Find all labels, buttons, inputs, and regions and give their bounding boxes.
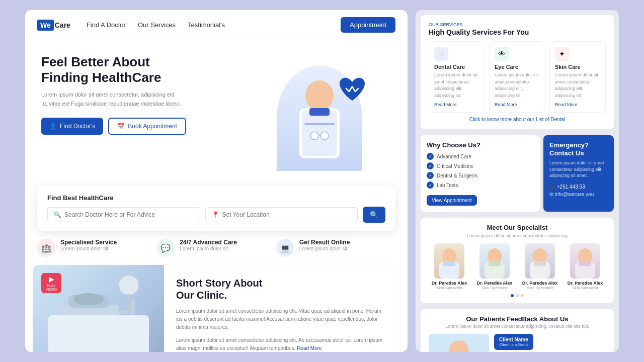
specialist-2: Dr. Paredes Alex Skin Specialist xyxy=(519,243,560,290)
advanced-icon: 💬 xyxy=(156,239,175,257)
service-link-1[interactable]: Read More xyxy=(495,102,540,107)
client-name-badge: Client Name Client is a Good xyxy=(494,334,533,350)
services-label: Our Services xyxy=(429,22,606,27)
service-name-2: Skin Care xyxy=(555,64,600,70)
nav-find-doctor[interactable]: Find A Doctor xyxy=(87,21,126,29)
service-desc-1: Lorem ipsum dolor sit amet consectetur a… xyxy=(495,72,540,99)
navbar: We Care Find A Doctor Our Services Testi… xyxy=(25,10,408,40)
hero-title: Feel Better About Finding HealthCare xyxy=(41,54,391,85)
why-item-0: ✓ Advanced Care xyxy=(427,153,534,160)
feature-desc-0: Lorem ipsum dolor sit xyxy=(60,246,117,251)
read-more-link[interactable]: Read More xyxy=(297,345,321,351)
carousel-dots xyxy=(429,294,606,297)
find-doctors-button[interactable]: 👤 Find Doctor's xyxy=(41,118,103,135)
patient-image xyxy=(429,334,489,352)
services-title: High Quality Services For You xyxy=(429,28,606,36)
specialist-name-1: Dr. Paredes Alex xyxy=(474,281,515,286)
search-title: Find Best HealthCare xyxy=(47,194,385,202)
emergency-desc: Lorem ipsum dolor sit amet consectetur a… xyxy=(549,160,608,179)
hero-buttons: 👤 Find Doctor's 📅 Book Appointment xyxy=(41,118,391,135)
service-desc-2: Lorem ipsum dolor sit amet consectetur a… xyxy=(555,72,600,99)
location-icon: 📍 xyxy=(212,211,219,218)
check-icon-1: ✓ xyxy=(427,162,434,169)
location-input-wrap: 📍 xyxy=(205,207,358,222)
svg-rect-30 xyxy=(579,261,591,266)
search-icon: 🔍 xyxy=(54,211,61,218)
client-role: Client is a Good xyxy=(499,342,528,347)
search-row: 🔍 📍 🔍 xyxy=(47,207,385,223)
emergency-phone: 📞 +251.443.53 xyxy=(549,184,608,190)
svg-rect-18 xyxy=(127,294,131,309)
specialist-avatar-2 xyxy=(525,243,555,279)
feature-result: 💻 Get Result Online Lorem ipsum dolor si… xyxy=(276,239,395,257)
dot-0[interactable] xyxy=(511,294,514,297)
story-text-2: Lorem ipsum dolor sit amet consectetur a… xyxy=(176,336,387,352)
nav-services[interactable]: Our Services xyxy=(138,21,176,29)
logo: We Care xyxy=(37,20,70,31)
svg-rect-13 xyxy=(131,300,135,315)
why-emergency-section: Why Choose Us? ✓ Advanced Care ✓ Critica… xyxy=(421,135,614,212)
appointment-button[interactable]: Appointment xyxy=(341,17,395,33)
service-link-2[interactable]: Read More xyxy=(555,102,600,107)
specialist-3: Dr. Paredes Alex Skin Specialist xyxy=(565,243,606,290)
story-images: ▶ PLAY VIDEO xyxy=(33,265,164,352)
why-item-2: ✓ Dentist & Surgeon xyxy=(427,172,534,179)
dental-icon: 🦷 xyxy=(434,47,448,61)
emergency-title: Emergency? Contact Us xyxy=(549,141,608,157)
specialist-1: Dr. Paredes Alex Skin Specialist xyxy=(474,243,515,290)
book-appointment-button[interactable]: 📅 Book Appointment xyxy=(108,118,186,135)
dot-2[interactable] xyxy=(521,294,524,297)
services-section: Our Services High Quality Services For Y… xyxy=(421,15,614,129)
feedback-title: Our Patients FeedBack About Us xyxy=(429,315,606,323)
service-dental: 🦷 Dental Care Lorem ipsum dolor sit amet… xyxy=(429,41,485,113)
svg-rect-21 xyxy=(443,261,455,266)
service-name-1: Eye Care xyxy=(495,64,540,70)
svg-rect-27 xyxy=(534,261,546,266)
check-icon-3: ✓ xyxy=(427,182,434,189)
check-icon-2: ✓ xyxy=(427,172,434,179)
phone-icon: 📞 xyxy=(549,184,555,190)
specialist-name-3: Dr. Paredes Alex xyxy=(565,281,606,286)
feature-title-2: Get Result Online xyxy=(299,239,350,246)
specialist-avatar-0 xyxy=(434,243,464,279)
specialists-grid: Dr. Paredes Alex Skin Specialist Dr. Par… xyxy=(429,243,606,290)
emergency-email: ✉ info@wecare.you xyxy=(549,192,608,197)
skin-icon: ✦ xyxy=(555,47,569,61)
specialists-section: Meet Our Specialist Lorem ipsum dolor si… xyxy=(421,218,614,303)
person-icon: 👤 xyxy=(49,123,57,130)
view-appointment-button[interactable]: View Appointment xyxy=(427,195,477,206)
specialist-role-2: Skin Specialist xyxy=(519,286,560,290)
feedback-section: Our Patients FeedBack About Us Lorem ips… xyxy=(421,309,614,352)
feature-title-1: 24/7 Advanced Care xyxy=(180,239,237,246)
nav-testimonials[interactable]: Testimonial's xyxy=(188,21,225,29)
service-link-0[interactable]: Read More xyxy=(434,102,479,107)
dot-1[interactable] xyxy=(516,294,519,297)
feature-desc-1: Lorem ipsum dolor sit xyxy=(180,246,237,251)
calendar-icon: 📅 xyxy=(117,123,125,130)
result-icon: 💻 xyxy=(276,239,294,257)
search-input-wrap: 🔍 xyxy=(47,207,200,222)
play-video-button[interactable]: ▶ PLAY VIDEO xyxy=(41,273,61,293)
specialists-desc: Lorem ipsum dolor sit amet consectetur a… xyxy=(429,233,606,238)
story-title: Short Story About Our Clinic. xyxy=(176,277,387,301)
service-skin: ✦ Skin Care Lorem ipsum dolor sit amet c… xyxy=(549,41,606,113)
svg-rect-8 xyxy=(48,315,149,352)
story-main-image: ▶ PLAY VIDEO xyxy=(33,265,164,352)
feature-advanced: 💬 24/7 Advanced Care Lorem ipsum dolor s… xyxy=(156,239,276,257)
why-text-2: Dentist & Surgeon xyxy=(437,173,477,178)
hero-section: Feel Better About Finding HealthCare Lor… xyxy=(25,40,408,156)
logo-we: We xyxy=(37,20,54,31)
nav-links: Find A Doctor Our Services Testimonial's xyxy=(87,21,341,29)
specialists-title: Meet Our Specialist xyxy=(429,224,606,231)
search-input[interactable] xyxy=(64,211,194,218)
services-more-link[interactable]: Click to know more about our List of Den… xyxy=(429,117,606,122)
check-icon-0: ✓ xyxy=(427,153,434,160)
hero-text: Feel Better About Finding HealthCare Lor… xyxy=(41,54,391,156)
story-section: ▶ PLAY VIDEO Short Story About Our Clini… xyxy=(33,265,399,352)
search-button[interactable]: 🔍 xyxy=(363,207,385,223)
specialist-avatar-3 xyxy=(570,243,600,279)
svg-point-11 xyxy=(73,293,104,305)
location-input[interactable] xyxy=(222,211,352,218)
specialist-0: Dr. Paredes Alex Skin Specialist xyxy=(429,243,470,290)
feature-specialised: 🏥 Specialised Service Lorem ipsum dolor … xyxy=(37,239,156,257)
